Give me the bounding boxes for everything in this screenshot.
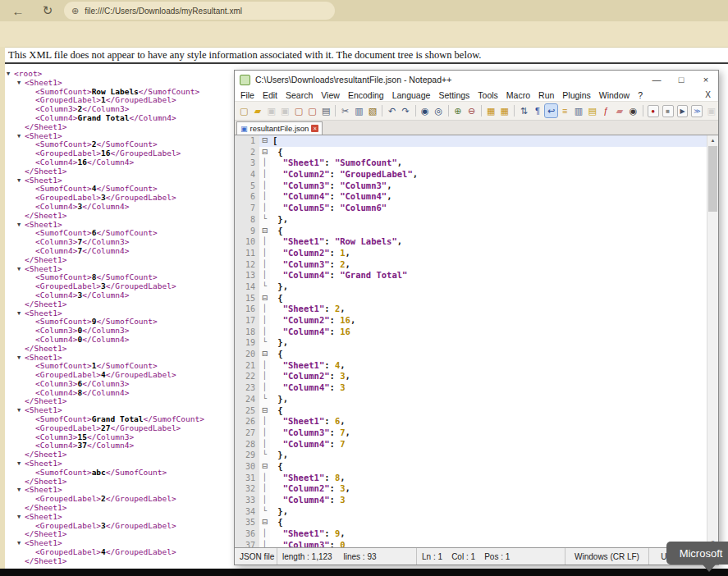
collapse-arrow-icon[interactable]: ▼ xyxy=(17,486,25,495)
editor-line[interactable]: 36│ "Sheet1": 9, xyxy=(235,528,718,540)
editor-line[interactable]: 28│ "Column4": 7 xyxy=(235,439,718,450)
menu-window[interactable]: Window xyxy=(595,90,634,100)
collapse-arrow-icon[interactable]: ▼ xyxy=(17,459,25,469)
word-wrap-icon[interactable]: ↩ xyxy=(545,104,557,117)
menu-macro[interactable]: Macro xyxy=(502,90,534,100)
menu-tools[interactable]: Tools xyxy=(474,90,502,100)
collapse-arrow-icon[interactable]: ▼ xyxy=(17,309,25,318)
replace-icon[interactable]: ◎ xyxy=(433,104,445,117)
editor-line[interactable]: 33│ "Column4": 3 xyxy=(235,495,718,506)
editor-line[interactable]: 9⊟ { xyxy=(235,226,718,237)
menu-language[interactable]: Language xyxy=(388,90,435,100)
sync-scroll-icon[interactable]: ⇅ xyxy=(518,104,530,117)
collapse-arrow-icon[interactable]: ▼ xyxy=(7,70,14,79)
undo-icon[interactable]: ↶ xyxy=(386,104,398,117)
editor-line[interactable]: 3│ "Sheet1": "SumofCount", xyxy=(235,158,718,169)
back-icon[interactable]: ← xyxy=(8,2,28,20)
function-list-icon[interactable]: ƒ xyxy=(600,104,612,117)
menu-run[interactable]: Run xyxy=(534,90,558,100)
editor-line[interactable]: 22│ "Column2": 3, xyxy=(235,371,718,382)
collapse-arrow-icon[interactable]: ▼ xyxy=(17,176,25,185)
collapse-arrow-icon[interactable]: ▼ xyxy=(17,79,25,88)
menu-view[interactable]: View xyxy=(317,90,344,100)
zoom-in-icon[interactable]: ⊕ xyxy=(452,104,465,117)
editor-line[interactable]: 19└ }, xyxy=(235,337,718,349)
monitoring-icon[interactable]: ◉ xyxy=(627,104,639,117)
menubar-close-icon[interactable]: X xyxy=(698,90,718,99)
editor-line[interactable]: 16│ "Sheet1": 2, xyxy=(235,304,718,315)
reload-icon[interactable]: ↻ xyxy=(38,2,57,20)
redo-icon[interactable]: ↷ xyxy=(400,104,412,117)
editor-line[interactable]: 14└ }, xyxy=(235,281,718,293)
collapse-arrow-icon[interactable]: ▼ xyxy=(17,354,25,363)
fold-marker[interactable]: ⊟ xyxy=(259,517,270,528)
editor-line[interactable]: 15⊟ { xyxy=(235,293,718,304)
editor-line[interactable]: 20⊟ { xyxy=(235,349,718,360)
editor-line[interactable]: 8└ }, xyxy=(235,214,718,226)
fold-marker[interactable]: ⊟ xyxy=(259,135,270,147)
print-icon[interactable]: ▤ xyxy=(320,104,332,117)
cut-icon[interactable]: ✂ xyxy=(339,104,351,117)
play-macro-icon[interactable]: ▶ xyxy=(677,105,689,117)
stop-macro-icon[interactable]: ■ xyxy=(662,105,674,117)
run-macro-multiple-icon[interactable]: ≫ xyxy=(691,105,703,117)
restore-session-icon[interactable]: ▦ xyxy=(485,104,497,117)
menu-encoding[interactable]: Encoding xyxy=(344,90,388,100)
editor-line[interactable]: 24└ }, xyxy=(235,394,718,405)
fold-marker[interactable]: ⊟ xyxy=(259,461,270,473)
menu-help[interactable]: ? xyxy=(634,90,647,100)
maximize-icon[interactable]: □ xyxy=(669,71,694,89)
doc-map-icon[interactable]: ▥ xyxy=(573,104,585,117)
fold-marker[interactable]: ⊟ xyxy=(259,405,270,417)
editor-line[interactable]: 30⊟ { xyxy=(235,461,718,473)
tab-resultantfile-json[interactable]: ▣ resultantFile.json × xyxy=(236,121,323,135)
editor-line[interactable]: 7│ "Column5": "Column6" xyxy=(235,203,718,214)
editor-line[interactable]: 27│ "Column3": 7, xyxy=(235,427,718,439)
scroll-up-icon[interactable]: ▴ xyxy=(707,135,718,145)
find-icon[interactable]: ◉ xyxy=(419,104,431,117)
editor-line[interactable]: 23│ "Column4": 3 xyxy=(235,382,718,394)
editor-line[interactable]: 37│ "Column3": 0 xyxy=(235,540,718,547)
menu-file[interactable]: File xyxy=(236,90,259,100)
zoom-out-icon[interactable]: ⊖ xyxy=(465,104,478,117)
editor-line[interactable]: 10│ "Sheet1": "Row Labels", xyxy=(235,236,718,248)
collapse-arrow-icon[interactable]: ▼ xyxy=(17,221,25,230)
menu-search[interactable]: Search xyxy=(282,90,317,100)
save-all-icon[interactable]: ▣ xyxy=(279,104,291,117)
close-all-icon[interactable]: ▢ xyxy=(306,104,318,117)
editor-line[interactable]: 34└ }, xyxy=(235,506,718,518)
collapse-arrow-icon[interactable]: ▼ xyxy=(17,132,25,141)
fold-marker[interactable]: ⊟ xyxy=(259,147,270,158)
editor-line[interactable]: 26│ "Sheet1": 6, xyxy=(235,416,718,427)
editor-line[interactable]: 13│ "Column4": "Grand Total" xyxy=(235,270,718,281)
scrollbar-thumb[interactable] xyxy=(708,146,717,212)
save-session-icon[interactable]: ▦ xyxy=(499,104,511,117)
paste-icon[interactable]: ▧ xyxy=(367,104,379,117)
collapse-arrow-icon[interactable]: ▼ xyxy=(17,513,25,522)
menu-edit[interactable]: Edit xyxy=(259,90,282,100)
copy-icon[interactable]: ▥ xyxy=(353,104,365,117)
menu-plugins[interactable]: Plugins xyxy=(558,90,594,100)
editor-line[interactable]: 17│ "Column2": 16, xyxy=(235,315,718,327)
folder-workspace-icon[interactable]: ▰ xyxy=(614,104,626,117)
new-file-icon[interactable]: ▢ xyxy=(238,104,250,117)
menu-settings[interactable]: Settings xyxy=(434,90,474,100)
fold-marker[interactable]: ⊟ xyxy=(259,293,270,304)
editor-line[interactable]: 12│ "Column3": 2, xyxy=(235,259,718,271)
editor-area[interactable]: 1⊟[2⊟ {3│ "Sheet1": "SumofCount",4│ "Col… xyxy=(235,135,718,547)
collapse-arrow-icon[interactable]: ▼ xyxy=(17,265,25,274)
editor-line[interactable]: 18│ "Column4": 16 xyxy=(235,327,718,338)
editor-line[interactable]: 21│ "Sheet1": 4, xyxy=(235,360,718,372)
fold-marker[interactable]: ⊟ xyxy=(259,226,270,237)
editor-scrollbar[interactable]: ▴ ▾ xyxy=(707,135,718,547)
editor-line[interactable]: 6│ "Column4": "Column4", xyxy=(235,191,718,203)
close-icon[interactable]: × xyxy=(694,71,718,89)
editor-line[interactable]: 5│ "Column3": "Column3", xyxy=(235,181,718,192)
pilcrow-icon[interactable]: ¶ xyxy=(532,104,544,117)
save-icon[interactable]: ▣ xyxy=(265,104,277,117)
editor-line[interactable]: 35⊟ { xyxy=(235,517,718,528)
record-macro-icon[interactable]: ● xyxy=(648,105,659,117)
collapse-arrow-icon[interactable]: ▼ xyxy=(17,539,25,548)
editor-line[interactable]: 4│ "Column2": "GroupedLabel", xyxy=(235,169,718,181)
editor-line[interactable]: 31│ "Sheet1": 8, xyxy=(235,473,718,484)
